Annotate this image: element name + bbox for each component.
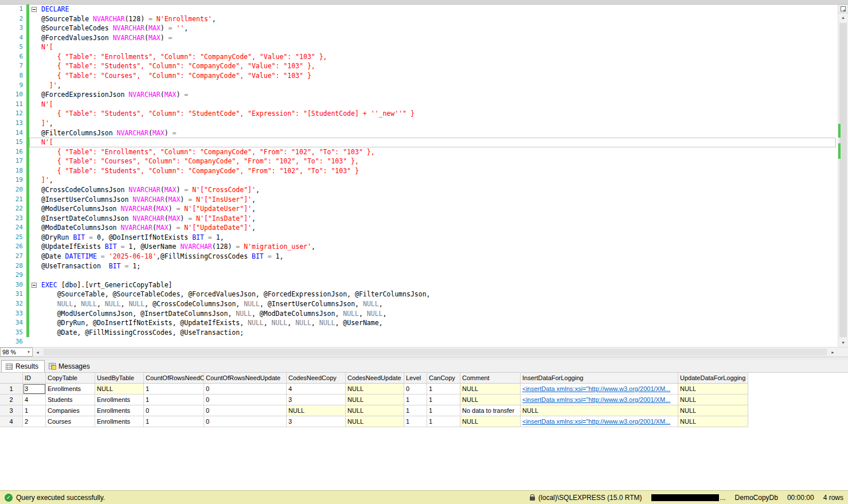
grid-cell[interactable]: NULL <box>346 405 404 416</box>
code-line[interactable]: 3@SourceTableCodes NVARCHAR(MAX) = '', <box>0 24 838 33</box>
code-line[interactable]: 33 @ModUserColumnsJson, @InsertDateColum… <box>0 309 838 319</box>
editor-lines[interactable]: 1DECLARE2@SourceTable NVARCHAR(128) = N'… <box>0 5 838 347</box>
grid-column-header[interactable]: Level <box>404 373 427 384</box>
grid-corner-cell[interactable] <box>0 373 23 384</box>
grid-cell[interactable]: NULL <box>460 394 521 405</box>
code-line[interactable]: 27@Date DATETIME = '2025-06-18',@FillMis… <box>0 252 838 261</box>
code-line[interactable]: 25@DryRun BIT = 0, @DoInsertIfNotExists … <box>0 233 838 243</box>
grid-cell[interactable]: Students <box>46 394 95 405</box>
grid-cell[interactable]: 0 <box>144 405 204 416</box>
grid-column-header[interactable]: UpdateDataForLogging <box>678 373 748 384</box>
grid-column-header[interactable]: CountOfRowsNeedUpdate <box>204 373 287 384</box>
code-line[interactable]: 19]', <box>0 175 838 185</box>
grid-cell[interactable]: 4 <box>287 384 346 394</box>
code-line[interactable]: 15N'[ <box>0 138 838 147</box>
grid-cell[interactable]: NULL <box>678 405 748 416</box>
grid-cell[interactable]: 0 <box>404 384 427 394</box>
query-editor[interactable]: 1DECLARE2@SourceTable NVARCHAR(128) = N'… <box>0 5 848 347</box>
code-line[interactable]: 17 { "Table": "Courses", "Column": "Comp… <box>0 157 838 166</box>
grid-cell[interactable]: Companies <box>46 405 95 416</box>
code-line[interactable]: 26@UpdateIfExists BIT = 1, @UserName NVA… <box>0 242 838 252</box>
code-line[interactable]: 22@ModUserColumnsJson NVARCHAR(MAX) = N'… <box>0 204 838 214</box>
grid-cell[interactable]: 1 <box>144 416 204 427</box>
code-line[interactable]: 1DECLARE <box>0 5 838 14</box>
grid-cell[interactable]: 1 <box>404 416 427 427</box>
horizontal-scroll-thumb[interactable] <box>44 349 827 355</box>
grid-row-header[interactable]: 3 <box>0 405 23 416</box>
vertical-scroll-thumb[interactable] <box>839 23 847 337</box>
grid-cell[interactable]: Enrollments <box>95 394 144 405</box>
grid-row-header[interactable]: 4 <box>0 416 23 427</box>
code-line[interactable]: 36 <box>0 337 838 347</box>
code-line[interactable]: 16 { "Table": "Enrollments", "Column": "… <box>0 147 838 157</box>
grid-cell[interactable]: NULL <box>460 384 521 394</box>
horizontal-scroll-track[interactable] <box>42 347 828 357</box>
grid-cell[interactable]: 1 <box>144 384 204 394</box>
grid-cell[interactable]: 1 <box>427 394 460 405</box>
grid-row-header[interactable]: 2 <box>0 394 23 405</box>
code-line[interactable]: 6 { "Table": "Enrollments", "Column": "C… <box>0 52 838 62</box>
grid-cell-xml-link[interactable]: <insertData xmlns:xsi="http://www.w3.org… <box>521 384 678 394</box>
scroll-down-arrow[interactable]: ▼ <box>838 338 848 347</box>
collapse-region-icon[interactable] <box>32 7 37 12</box>
grid-column-header[interactable]: ID <box>23 373 46 384</box>
grid-cell[interactable]: NULL <box>346 416 404 427</box>
grid-cell[interactable]: NULL <box>346 384 404 394</box>
scroll-right-arrow[interactable]: ► <box>828 347 838 357</box>
grid-cell[interactable]: NULL <box>678 416 748 427</box>
code-line[interactable]: 35 @Date, @FillMissingCrossCodes, @UseTr… <box>0 328 838 338</box>
collapse-region-icon[interactable] <box>32 283 37 288</box>
grid-cell[interactable]: 1 <box>404 405 427 416</box>
code-line[interactable]: 20@CrossCodeColumnsJson NVARCHAR(MAX) = … <box>0 185 838 195</box>
grid-cell[interactable]: NULL <box>346 394 404 405</box>
grid-cell[interactable]: 0 <box>204 394 287 405</box>
code-line[interactable]: 14@FilterColumnsJson NVARCHAR(MAX) = <box>0 128 838 138</box>
grid-cell[interactable]: 0 <box>204 405 287 416</box>
grid-cell[interactable]: Courses <box>46 416 95 427</box>
grid-column-header[interactable]: CodesNeedCopy <box>287 373 346 384</box>
tab-messages[interactable]: Messages <box>45 360 96 372</box>
grid-row-header[interactable]: 1 <box>0 384 23 394</box>
grid-cell[interactable]: NULL <box>95 384 144 394</box>
code-line[interactable]: 9 ]', <box>0 81 838 91</box>
grid-cell[interactable]: No data to transfer <box>460 405 521 416</box>
results-grid[interactable]: IDCopyTableUsedByTableCountOfRowsNeedCop… <box>0 373 848 490</box>
code-line[interactable]: 8 { "Table": "Courses", "Column": "Compa… <box>0 71 838 81</box>
code-line[interactable]: 24@ModDateColumnsJson NVARCHAR(MAX) = N'… <box>0 223 838 233</box>
code-line[interactable]: 11N'[ <box>0 100 838 110</box>
code-line[interactable]: 4@ForcedValuesJson NVARCHAR(MAX) = <box>0 33 838 43</box>
split-editor-button[interactable] <box>838 5 848 13</box>
grid-cell[interactable]: Enrollments <box>95 405 144 416</box>
code-line[interactable]: 31 @SourceTable, @SourceTableCodes, @For… <box>0 290 838 299</box>
grid-cell[interactable]: 1 <box>427 384 460 394</box>
grid-cell[interactable]: NULL <box>287 405 346 416</box>
grid-cell[interactable]: Enrollments <box>95 416 144 427</box>
grid-cell[interactable]: 0 <box>204 416 287 427</box>
code-line[interactable]: 10@ForcedExpressionJson NVARCHAR(MAX) = <box>0 90 838 100</box>
grid-column-header[interactable]: UsedByTable <box>95 373 144 384</box>
scroll-up-arrow[interactable]: ▲ <box>838 13 848 22</box>
code-line[interactable]: 29 <box>0 271 838 280</box>
grid-column-header[interactable]: CountOfRowsNeedCopy <box>144 373 204 384</box>
grid-cell[interactable]: 1 <box>23 405 46 416</box>
grid-column-header[interactable]: Comment <box>460 373 521 384</box>
grid-column-header[interactable]: CodesNeedUpdate <box>346 373 404 384</box>
grid-cell[interactable]: 3 <box>287 394 346 405</box>
vertical-scroll-track[interactable] <box>838 22 848 338</box>
grid-column-header[interactable]: InsertDataForLogging <box>521 373 678 384</box>
code-line[interactable]: 21@InsertUserColumnsJson NVARCHAR(MAX) =… <box>0 195 838 205</box>
grid-cell[interactable]: 3 <box>23 384 46 394</box>
code-line[interactable]: 23@InsertDateColumnsJson NVARCHAR(MAX) =… <box>0 214 838 224</box>
code-line[interactable]: 32 NULL, NULL, NULL, NULL, @CrossCodeCol… <box>0 299 838 309</box>
scroll-left-arrow[interactable]: ◄ <box>33 347 42 357</box>
code-line[interactable]: 2@SourceTable NVARCHAR(128) = N'Enrollme… <box>0 14 838 24</box>
grid-cell[interactable]: NULL <box>678 394 748 405</box>
tab-results[interactable]: Results <box>1 360 45 372</box>
grid-column-header[interactable]: CanCopy <box>427 373 460 384</box>
grid-cell[interactable]: 1 <box>144 394 204 405</box>
grid-cell[interactable]: 4 <box>23 394 46 405</box>
grid-cell[interactable]: Enrollments <box>46 384 95 394</box>
grid-cell[interactable]: 3 <box>287 416 346 427</box>
grid-cell[interactable]: 2 <box>23 416 46 427</box>
code-line[interactable]: 13]', <box>0 119 838 128</box>
